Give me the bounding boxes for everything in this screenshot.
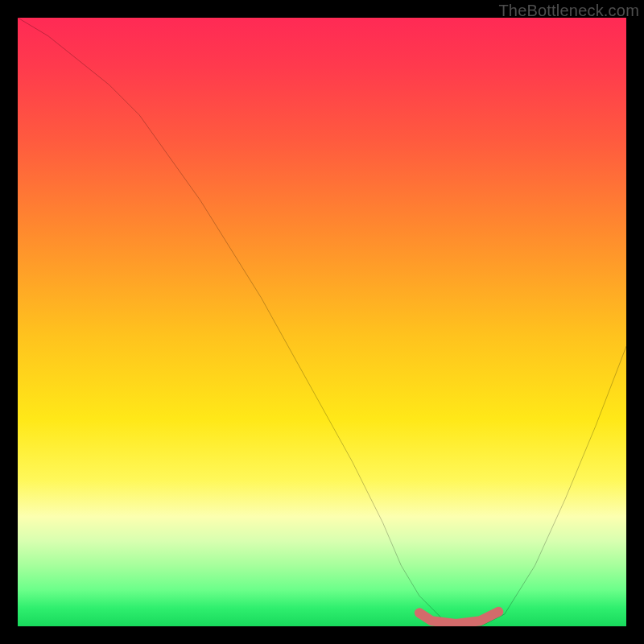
chart-stage: TheBottleneck.com — [0, 0, 644, 644]
optimal-band — [419, 612, 498, 624]
bottleneck-curve — [18, 18, 626, 626]
chart-area — [18, 18, 626, 626]
bottleneck-curve-svg — [18, 18, 626, 626]
